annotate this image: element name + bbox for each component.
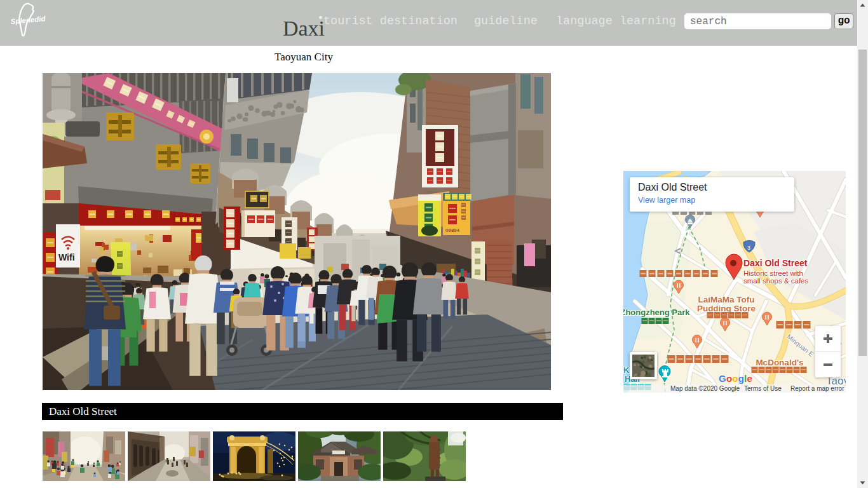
svg-text:Splenedid: Splenedid: [10, 15, 46, 25]
svg-text:09894: 09894: [445, 227, 460, 233]
svg-text:Wifi: Wifi: [58, 252, 75, 262]
